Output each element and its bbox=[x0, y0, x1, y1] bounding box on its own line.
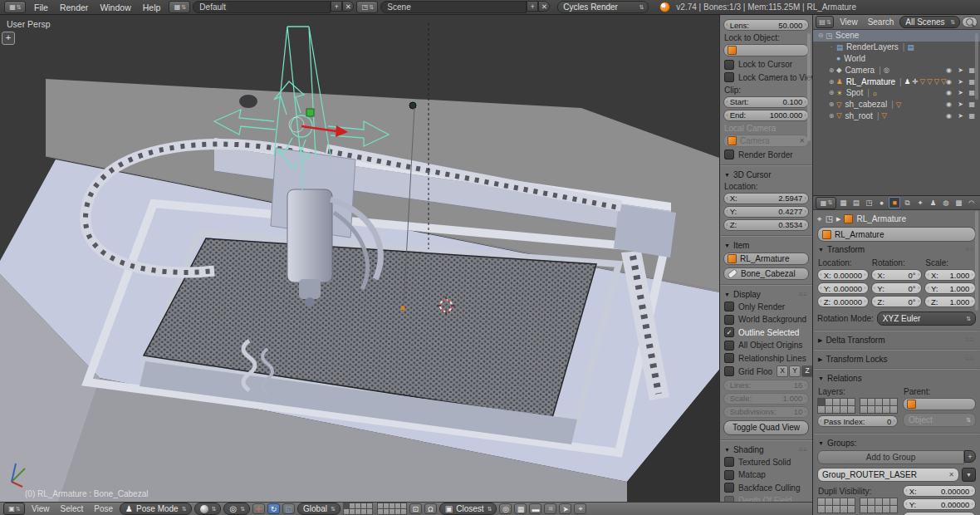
layer-cell[interactable] bbox=[818, 399, 825, 405]
step-left-icon[interactable]: ‹ bbox=[726, 222, 728, 228]
layer-cell[interactable] bbox=[840, 406, 847, 413]
step-left-icon[interactable]: ‹ bbox=[874, 285, 876, 292]
number-field[interactable]: ‹X:0°› bbox=[871, 269, 923, 281]
tab-wrench[interactable]: ✦ bbox=[914, 197, 926, 208]
checkbox-box[interactable] bbox=[724, 60, 734, 70]
step-right-icon[interactable]: › bbox=[918, 298, 920, 305]
layer-cell[interactable] bbox=[390, 503, 394, 508]
group-specials-button[interactable]: ▼ bbox=[962, 468, 976, 482]
step-right-icon[interactable]: › bbox=[971, 488, 973, 494]
step-right-icon[interactable]: › bbox=[864, 272, 866, 278]
step-left-icon[interactable]: ‹ bbox=[927, 298, 929, 305]
outliner-row-spot[interactable]: ⊕☀Spot|☼◉➤▦ bbox=[813, 87, 980, 99]
number-field[interactable]: ‹Z:0.00000› bbox=[903, 512, 976, 515]
step-left-icon[interactable]: ‹ bbox=[726, 409, 728, 415]
tab-render[interactable]: ▦ bbox=[837, 197, 849, 208]
layer-cell[interactable] bbox=[350, 509, 355, 514]
parent-type-dropdown[interactable]: Object⇅ bbox=[903, 413, 976, 427]
layer-cell[interactable] bbox=[875, 406, 882, 413]
number-field[interactable]: ‹Y:0°› bbox=[871, 282, 923, 294]
delete-layout-button[interactable]: ✕ bbox=[342, 1, 354, 12]
step-left-icon[interactable]: ‹ bbox=[726, 99, 728, 105]
checkbox-box[interactable] bbox=[724, 302, 734, 311]
checkbox[interactable]: ✓Outline Selected bbox=[724, 327, 808, 338]
renderability-toggle[interactable]: ▦ bbox=[968, 101, 975, 108]
region-expand-button[interactable]: + bbox=[2, 32, 15, 45]
expander-icon[interactable]: · bbox=[827, 43, 835, 51]
menu-file[interactable]: File bbox=[28, 2, 54, 12]
layer-cell[interactable] bbox=[384, 503, 389, 508]
layer-cell[interactable] bbox=[344, 503, 349, 508]
lock-camera-checkbox[interactable]: Lock Camera to View bbox=[724, 72, 808, 83]
layer-cell[interactable] bbox=[848, 498, 855, 505]
layer-cell[interactable] bbox=[826, 506, 832, 513]
layer-cell[interactable] bbox=[883, 498, 889, 505]
group-name-field[interactable]: Group_ROUTER_LASER✕ bbox=[817, 468, 959, 482]
outliner-row-rl_armature[interactable]: ⊕♟RL_Armature|♟✛▽▽▽▽◉➤▦ bbox=[813, 76, 980, 87]
tab-world[interactable]: ● bbox=[875, 197, 887, 208]
layer-cell[interactable] bbox=[883, 506, 889, 513]
panel-header[interactable]: ▼Item bbox=[724, 241, 808, 250]
outliner-row-world[interactable]: ●World bbox=[813, 53, 980, 65]
checkbox[interactable]: Relationship Lines bbox=[724, 353, 808, 364]
snap-magnet-button[interactable]: Ω bbox=[424, 503, 437, 514]
step-left-icon[interactable]: ‹ bbox=[927, 272, 929, 278]
step-right-icon[interactable]: › bbox=[804, 395, 806, 402]
step-right-icon[interactable]: › bbox=[918, 285, 920, 292]
viewport-menu-view[interactable]: View bbox=[27, 504, 54, 513]
rotation-mode-dropdown[interactable]: XYZ Euler⇅ bbox=[877, 311, 976, 326]
layer-cell[interactable] bbox=[361, 503, 366, 508]
layer-cell[interactable] bbox=[883, 399, 889, 405]
editor-type-button[interactable]: ▤⇅ bbox=[816, 16, 834, 28]
layer-cell[interactable] bbox=[875, 399, 882, 405]
orbit-button[interactable]: ➤ bbox=[559, 503, 571, 514]
layer-cell[interactable] bbox=[344, 509, 349, 514]
active-bone-field[interactable]: Bone_Cabezal bbox=[723, 267, 809, 280]
local-camera-field[interactable]: Camera✕ bbox=[723, 135, 809, 147]
outliner-row-sh_root[interactable]: ⊕▽sh_root|▽◉➤▦ bbox=[813, 110, 980, 122]
layer-cell[interactable] bbox=[840, 399, 847, 405]
cursor-y-field[interactable]: ‹Y:0.4277› bbox=[723, 206, 809, 218]
cursor-z-field[interactable]: ‹Z:0.3534› bbox=[723, 219, 809, 231]
renderability-toggle[interactable]: ▦ bbox=[968, 112, 975, 120]
snap-element-dropdown[interactable]: ▣Closest⇅ bbox=[439, 503, 497, 515]
grid-floor-checkbox[interactable]: Grid FlooXYZ bbox=[724, 365, 808, 377]
menu-window[interactable]: Window bbox=[94, 2, 136, 12]
layer-cell[interactable] bbox=[890, 506, 897, 513]
layer-cell[interactable] bbox=[868, 498, 875, 505]
render-engine-dropdown[interactable]: Cycles Render⇅ bbox=[557, 1, 649, 13]
proportional-edit-button[interactable]: ⌗ bbox=[544, 503, 556, 514]
scene-icon[interactable]: ◳⇅ bbox=[356, 1, 378, 13]
selectability-toggle[interactable]: ➤ bbox=[958, 66, 963, 74]
panel-header[interactable]: ▼Groups: bbox=[818, 439, 975, 448]
number-field[interactable]: ‹Scale:1.000› bbox=[723, 393, 809, 405]
panel-header[interactable]: ▼Display≡≡ bbox=[724, 290, 808, 299]
visibility-toggle[interactable]: ◉ bbox=[946, 101, 952, 108]
layer-cell[interactable] bbox=[848, 406, 855, 413]
mode-dropdown[interactable]: ♟Pose Mode⇅ bbox=[120, 503, 191, 515]
toggle-quad-view-button[interactable]: Toggle Quad View bbox=[723, 420, 809, 435]
clip-end-field[interactable]: ‹End:1000.000› bbox=[723, 110, 809, 121]
layer-cell[interactable] bbox=[350, 503, 355, 508]
outliner-menu-view[interactable]: View bbox=[835, 17, 862, 27]
layer-cell[interactable] bbox=[848, 399, 855, 405]
checkbox-box[interactable] bbox=[724, 366, 734, 376]
step-right-icon[interactable]: › bbox=[804, 409, 806, 415]
visibility-toggle[interactable]: ◉ bbox=[946, 66, 952, 74]
number-field[interactable]: ‹X:0.00000› bbox=[817, 269, 869, 281]
tab-object[interactable]: ■ bbox=[889, 197, 901, 208]
layer-cell[interactable] bbox=[833, 399, 840, 405]
scale-manipulator-button[interactable]: ◱ bbox=[282, 503, 295, 514]
expander-icon[interactable]: ⊖ bbox=[816, 32, 825, 39]
step-right-icon[interactable]: › bbox=[804, 382, 806, 389]
step-right-icon[interactable]: › bbox=[971, 501, 973, 508]
checkbox-box[interactable] bbox=[724, 496, 734, 503]
viewport-shading-dropdown[interactable]: ⇅ bbox=[194, 503, 222, 515]
expander-icon[interactable]: ⊕ bbox=[827, 66, 835, 74]
number-field[interactable]: ‹Y:1.000› bbox=[924, 282, 976, 294]
remove-group-icon[interactable]: ✕ bbox=[948, 471, 954, 478]
layer-cell[interactable] bbox=[868, 506, 875, 513]
checkbox[interactable]: Matcap bbox=[724, 469, 808, 480]
viewport-menu-select[interactable]: Select bbox=[56, 504, 88, 513]
visibility-toggle[interactable]: ◉ bbox=[946, 89, 952, 96]
